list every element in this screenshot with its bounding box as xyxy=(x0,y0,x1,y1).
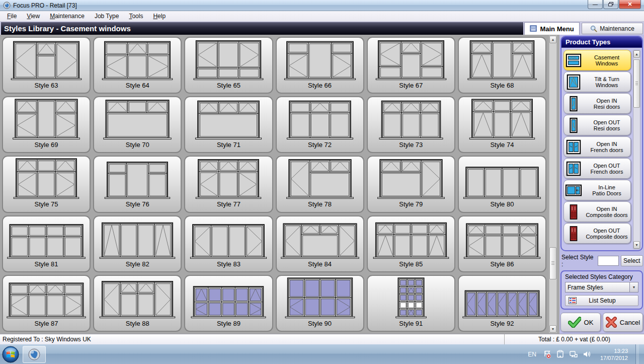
window-style-drawing xyxy=(368,158,454,200)
product-type-open-in-resi-doors[interactable]: Open INResi doors xyxy=(564,93,631,114)
style-tile[interactable]: Style 70 xyxy=(93,96,182,153)
style-tile[interactable]: Style 75 xyxy=(2,156,91,212)
window-style-drawing xyxy=(3,218,90,260)
grid-scrollbar[interactable]: ▲ ▼ xyxy=(549,35,557,333)
window-style-drawing xyxy=(3,277,90,320)
menu-view[interactable]: View xyxy=(22,12,45,21)
style-tile[interactable]: Style 83 xyxy=(184,215,273,272)
select-style-label: Select Style : xyxy=(561,254,596,268)
menu-tools[interactable]: Tools xyxy=(124,12,148,21)
window-style-drawing xyxy=(277,39,363,82)
maintenance-button[interactable]: Maintenance xyxy=(582,23,643,34)
restore-button[interactable] xyxy=(603,0,618,9)
style-tile[interactable]: Style 84 xyxy=(276,215,364,272)
style-tile[interactable]: Style 86 xyxy=(458,215,546,272)
menu-help[interactable]: Help xyxy=(148,12,171,21)
product-type-open-in-composite-doors[interactable]: Open INComposite doors xyxy=(564,201,631,222)
style-tile[interactable]: Style 67 xyxy=(367,37,455,94)
product-type-open-out-resi-doors[interactable]: Open OUTResi doors xyxy=(564,115,631,135)
category-dropdown[interactable]: Frame Styles ▼ xyxy=(565,282,638,293)
minimize-button[interactable]: — xyxy=(588,0,603,9)
style-tile[interactable]: Style 68 xyxy=(458,37,546,94)
product-type-tilt-turn-windows[interactable]: Tilt & TurnWindows xyxy=(564,71,631,92)
style-tile-label: Style 81 xyxy=(35,260,58,268)
style-tile[interactable]: Style 72 xyxy=(276,96,364,153)
list-setup-button[interactable]: List Setup xyxy=(565,295,638,306)
clock-date: 17/07/2012 xyxy=(600,354,628,361)
show-desktop-button[interactable] xyxy=(635,344,639,364)
style-tile-label: Style 83 xyxy=(217,260,240,268)
scroll-up-icon[interactable]: ▲ xyxy=(633,50,640,58)
menu-file[interactable]: File xyxy=(2,12,22,21)
style-tile-label: Style 63 xyxy=(35,82,58,89)
product-type-open-out-french-doors[interactable]: Open OUTFrench doors xyxy=(564,158,631,179)
taskbar-clock[interactable]: 13:23 17/07/2012 xyxy=(600,347,628,361)
style-tile[interactable]: Style 65 xyxy=(184,37,273,94)
flag-alert-icon[interactable] xyxy=(543,350,551,358)
form-icon xyxy=(530,25,537,32)
cancel-button[interactable]: Cancel xyxy=(603,313,643,332)
window-style-drawing xyxy=(185,218,272,260)
product-type-in-line-patio-doors[interactable]: In-LinePatio Doors xyxy=(564,180,631,200)
style-tile[interactable]: Style 81 xyxy=(2,215,91,272)
menu-maintenance[interactable]: Maintenance xyxy=(45,12,90,21)
window-style-drawing xyxy=(459,218,545,260)
style-tile[interactable]: Style 74 xyxy=(458,96,546,153)
clipboard-icon[interactable] xyxy=(556,350,565,358)
product-type-casement-windows[interactable]: CasementWindows xyxy=(564,50,631,70)
select-button[interactable]: Select xyxy=(621,255,643,266)
category-label: Selected Styles Category xyxy=(565,273,638,280)
scroll-down-icon[interactable]: ▼ xyxy=(633,241,640,249)
style-tile[interactable]: Style 80 xyxy=(458,156,546,212)
grid-scrollbar-thumb[interactable] xyxy=(549,247,556,279)
style-tile[interactable]: Style 64 xyxy=(93,37,182,94)
style-tile[interactable]: Style 85 xyxy=(367,215,455,272)
product-type-label: CasementWindows xyxy=(583,54,630,66)
style-tile[interactable]: Style 66 xyxy=(276,37,364,94)
style-tile[interactable]: Style 63 xyxy=(2,37,91,94)
product-type-open-in-french-doors[interactable]: Open INFrench doors xyxy=(564,136,631,157)
tilt-turn-window-icon xyxy=(564,74,583,90)
product-type-open-out-composite-doors[interactable]: Open OUTComposite doors xyxy=(564,223,631,244)
window-style-drawing xyxy=(368,39,454,82)
select-style-input[interactable] xyxy=(598,256,619,266)
style-tile[interactable]: Style 79 xyxy=(367,156,455,212)
style-tile[interactable]: Style 82 xyxy=(93,215,182,272)
style-tile[interactable]: Style 71 xyxy=(184,96,273,153)
chevron-down-icon[interactable]: ▼ xyxy=(629,282,638,292)
style-tile-label: Style 65 xyxy=(217,82,240,89)
scroll-down-icon[interactable]: ▼ xyxy=(549,325,556,333)
check-icon xyxy=(568,317,581,328)
style-tile[interactable]: Style 89 xyxy=(184,275,273,332)
style-tile[interactable]: Style 78 xyxy=(276,156,364,212)
window-style-drawing xyxy=(3,158,90,200)
product-list-scrollbar[interactable]: ▲ ▼ xyxy=(633,50,640,249)
style-tile[interactable]: Style 69 xyxy=(2,96,91,153)
style-tile[interactable]: Style 91 xyxy=(367,275,455,332)
category-panel: Selected Styles Category Frame Styles ▼ … xyxy=(560,270,643,310)
main-menu-tab[interactable]: Main Menu xyxy=(524,22,580,35)
volume-icon[interactable] xyxy=(583,350,592,358)
language-indicator[interactable]: EN xyxy=(528,351,536,358)
style-tile[interactable]: Style 76 xyxy=(93,156,182,212)
start-button[interactable] xyxy=(2,345,20,363)
scroll-up-icon[interactable]: ▲ xyxy=(549,36,556,43)
close-button[interactable]: ✕ xyxy=(619,0,641,9)
window-title: Focus PRO - Retail [73] xyxy=(13,2,77,9)
menu-job-type[interactable]: Job Type xyxy=(90,12,124,21)
taskbar-app-focus[interactable] xyxy=(23,346,46,363)
network-icon[interactable] xyxy=(569,350,578,358)
window-style-drawing xyxy=(185,39,272,82)
app-globe-icon xyxy=(3,2,11,9)
style-tile[interactable]: Style 88 xyxy=(93,275,182,332)
product-scrollbar-thumb[interactable] xyxy=(633,59,640,108)
style-tile[interactable]: Style 73 xyxy=(367,96,455,153)
window-style-drawing xyxy=(94,39,181,82)
style-tile[interactable]: Style 92 xyxy=(458,275,546,332)
style-tile-label: Style 87 xyxy=(35,320,58,327)
ok-button[interactable]: OK xyxy=(560,313,601,332)
style-tile-label: Style 68 xyxy=(490,82,514,89)
style-tile[interactable]: Style 90 xyxy=(276,275,364,332)
style-tile[interactable]: Style 87 xyxy=(2,275,91,332)
style-tile[interactable]: Style 77 xyxy=(184,156,273,212)
